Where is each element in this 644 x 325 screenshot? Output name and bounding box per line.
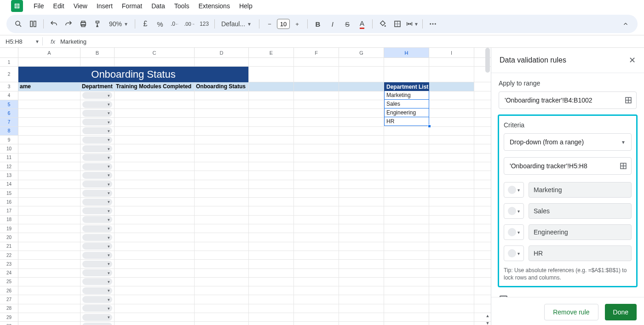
row-header[interactable]: 2 xyxy=(0,67,18,82)
cell[interactable] xyxy=(195,58,249,66)
cell[interactable] xyxy=(115,269,195,277)
cell[interactable] xyxy=(339,206,384,215)
cell[interactable] xyxy=(429,189,474,197)
cell[interactable] xyxy=(294,295,339,303)
row-header[interactable]: 22 xyxy=(0,251,18,259)
cell[interactable] xyxy=(294,171,339,179)
more-toolbar-icon[interactable] xyxy=(426,17,439,30)
cell[interactable] xyxy=(115,242,195,251)
col-header-C[interactable]: C xyxy=(115,48,195,57)
cell[interactable] xyxy=(429,100,474,108)
cell[interactable] xyxy=(339,82,384,91)
cell[interactable] xyxy=(429,286,474,295)
cell[interactable] xyxy=(429,242,474,251)
cell[interactable] xyxy=(429,127,474,135)
dropdown-chip[interactable] xyxy=(82,172,112,179)
cell[interactable] xyxy=(339,242,384,251)
cell[interactable] xyxy=(294,58,339,66)
cell[interactable]: Training Modules Completed xyxy=(115,82,195,91)
col-header-D[interactable]: D xyxy=(195,48,249,57)
row-header[interactable]: 28 xyxy=(0,304,18,313)
cell[interactable] xyxy=(18,189,80,197)
cell[interactable] xyxy=(384,242,429,251)
cell[interactable] xyxy=(80,216,115,224)
paint-format-icon[interactable] xyxy=(92,17,104,30)
cell[interactable] xyxy=(18,322,80,325)
cell[interactable] xyxy=(18,313,80,321)
cell[interactable] xyxy=(115,58,195,66)
cell[interactable] xyxy=(294,313,339,321)
cell[interactable] xyxy=(384,269,429,277)
cell[interactable] xyxy=(429,82,474,91)
dropdown-chip[interactable] xyxy=(82,145,112,152)
dropdown-chip[interactable] xyxy=(82,163,112,170)
cell[interactable] xyxy=(249,118,294,126)
row-header[interactable]: 8 xyxy=(0,127,18,135)
cell[interactable] xyxy=(294,154,339,162)
cell[interactable] xyxy=(80,189,115,197)
bold-icon[interactable]: B xyxy=(311,17,324,30)
cell[interactable] xyxy=(294,251,339,259)
dropdown-chip[interactable] xyxy=(82,305,112,312)
borders-icon[interactable] xyxy=(391,17,404,30)
cell[interactable] xyxy=(195,295,249,303)
cell[interactable] xyxy=(339,91,384,100)
apply-to-range-input[interactable]: 'Onboarding tracker'!B4:B1002 xyxy=(499,91,637,109)
col-header-H[interactable]: H xyxy=(384,48,429,57)
cell[interactable] xyxy=(249,58,294,66)
dropdown-chip[interactable] xyxy=(82,243,112,250)
cell[interactable] xyxy=(18,295,80,303)
cell[interactable] xyxy=(249,269,294,277)
cell[interactable] xyxy=(429,295,474,303)
cell[interactable] xyxy=(195,251,249,259)
dropdown-chip[interactable] xyxy=(82,154,112,161)
cell[interactable] xyxy=(195,109,249,117)
dropdown-chip[interactable] xyxy=(82,296,112,303)
cell[interactable] xyxy=(80,251,115,259)
cell[interactable] xyxy=(80,144,115,153)
cell[interactable] xyxy=(249,171,294,179)
cell[interactable] xyxy=(339,260,384,268)
print-icon[interactable] xyxy=(77,17,90,30)
cell[interactable] xyxy=(294,100,339,108)
menu-tools[interactable]: Tools xyxy=(170,1,194,11)
cell[interactable] xyxy=(18,118,80,126)
title-cell[interactable]: Onboarding Status xyxy=(18,67,249,82)
cell[interactable] xyxy=(115,180,195,188)
cell[interactable] xyxy=(339,295,384,303)
row-header[interactable]: 4 xyxy=(0,91,18,100)
menu-format[interactable]: Format xyxy=(118,1,146,11)
cell[interactable] xyxy=(384,154,429,162)
col-header-B[interactable]: B xyxy=(80,48,115,57)
cell[interactable] xyxy=(384,322,429,325)
cell[interactable] xyxy=(384,180,429,188)
cell[interactable] xyxy=(195,233,249,241)
cell[interactable] xyxy=(195,322,249,325)
row-header[interactable]: 27 xyxy=(0,295,18,303)
cell[interactable] xyxy=(80,224,115,233)
cell[interactable] xyxy=(115,109,195,117)
cell[interactable] xyxy=(195,180,249,188)
dropdown-chip[interactable] xyxy=(82,234,112,241)
row-header[interactable]: 3 xyxy=(0,82,18,91)
increase-font-icon[interactable]: + xyxy=(291,17,304,30)
cell[interactable] xyxy=(18,58,80,66)
font-size-input[interactable] xyxy=(277,19,290,29)
cell[interactable] xyxy=(294,224,339,233)
cell[interactable] xyxy=(18,109,80,117)
row-header[interactable]: 20 xyxy=(0,233,18,241)
cell[interactable] xyxy=(195,286,249,295)
select-all-corner[interactable] xyxy=(0,48,18,57)
cell[interactable] xyxy=(429,91,474,100)
cell[interactable] xyxy=(80,304,115,313)
cell[interactable] xyxy=(339,286,384,295)
menu-data[interactable]: Data xyxy=(147,1,169,11)
cell[interactable] xyxy=(294,67,339,82)
cell[interactable] xyxy=(195,216,249,224)
cell[interactable] xyxy=(249,278,294,286)
cell[interactable] xyxy=(339,251,384,259)
cell[interactable] xyxy=(115,118,195,126)
cell[interactable] xyxy=(18,224,80,233)
cell[interactable] xyxy=(18,162,80,171)
cell[interactable] xyxy=(249,100,294,108)
